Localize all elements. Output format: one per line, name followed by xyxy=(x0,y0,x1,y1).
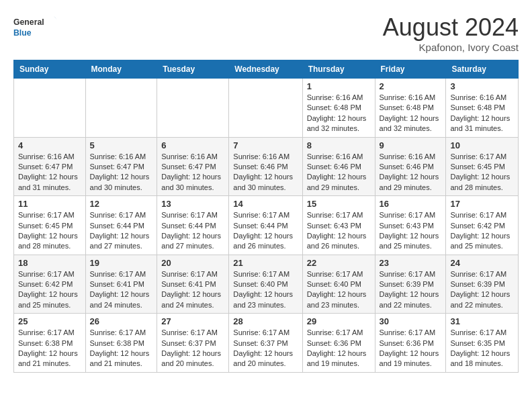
day-info: Sunrise: 6:17 AMSunset: 6:43 PMDaylight:… xyxy=(307,210,371,252)
day-number: 10 xyxy=(450,140,514,150)
calendar-week-row: 18Sunrise: 6:17 AMSunset: 6:42 PMDayligh… xyxy=(14,255,519,314)
day-info: Sunrise: 6:17 AMSunset: 6:42 PMDaylight:… xyxy=(450,210,514,252)
calendar-week-row: 1Sunrise: 6:16 AMSunset: 6:48 PMDaylight… xyxy=(14,79,519,138)
day-number: 7 xyxy=(233,140,298,150)
title-block: August 2024 Kpafonon, Ivory Coast xyxy=(383,13,519,53)
calendar-cell xyxy=(229,79,302,138)
calendar-cell xyxy=(85,79,157,138)
day-info: Sunrise: 6:17 AMSunset: 6:40 PMDaylight:… xyxy=(307,269,371,311)
calendar-table: SundayMondayTuesdayWednesdayThursdayFrid… xyxy=(13,60,519,373)
day-number: 3 xyxy=(450,81,514,91)
day-info: Sunrise: 6:16 AMSunset: 6:47 PMDaylight:… xyxy=(90,152,153,193)
calendar-cell: 28Sunrise: 6:17 AMSunset: 6:37 PMDayligh… xyxy=(229,314,302,373)
day-header-sunday: Sunday xyxy=(14,60,86,79)
day-number: 2 xyxy=(380,81,442,91)
day-number: 16 xyxy=(380,199,442,209)
logo-svg: General Blue xyxy=(13,13,60,40)
calendar-cell xyxy=(157,79,229,138)
calendar-cell: 23Sunrise: 6:17 AMSunset: 6:39 PMDayligh… xyxy=(375,255,446,314)
day-number: 22 xyxy=(307,258,371,268)
day-number: 1 xyxy=(307,81,371,91)
calendar-cell: 26Sunrise: 6:17 AMSunset: 6:38 PMDayligh… xyxy=(85,314,157,373)
day-number: 8 xyxy=(307,140,371,150)
svg-marker-3 xyxy=(54,15,57,19)
calendar-cell: 4Sunrise: 6:16 AMSunset: 6:47 PMDaylight… xyxy=(14,137,86,196)
calendar-cell: 6Sunrise: 6:16 AMSunset: 6:47 PMDaylight… xyxy=(157,137,229,196)
day-info: Sunrise: 6:16 AMSunset: 6:48 PMDaylight:… xyxy=(380,93,442,134)
day-number: 6 xyxy=(161,140,224,150)
calendar-cell: 2Sunrise: 6:16 AMSunset: 6:48 PMDaylight… xyxy=(375,79,446,138)
calendar-cell: 13Sunrise: 6:17 AMSunset: 6:44 PMDayligh… xyxy=(157,196,229,255)
calendar-cell: 3Sunrise: 6:16 AMSunset: 6:48 PMDaylight… xyxy=(446,79,519,138)
day-info: Sunrise: 6:16 AMSunset: 6:46 PMDaylight:… xyxy=(307,152,371,193)
day-number: 23 xyxy=(380,258,442,268)
day-number: 19 xyxy=(90,258,153,268)
day-info: Sunrise: 6:17 AMSunset: 6:44 PMDaylight:… xyxy=(233,210,298,252)
day-number: 31 xyxy=(450,316,514,326)
month-year-title: August 2024 xyxy=(383,13,519,42)
calendar-cell: 1Sunrise: 6:16 AMSunset: 6:48 PMDaylight… xyxy=(302,79,375,138)
day-info: Sunrise: 6:17 AMSunset: 6:42 PMDaylight:… xyxy=(18,269,81,311)
calendar-cell: 20Sunrise: 6:17 AMSunset: 6:41 PMDayligh… xyxy=(157,255,229,314)
calendar-cell: 15Sunrise: 6:17 AMSunset: 6:43 PMDayligh… xyxy=(302,196,375,255)
calendar-cell: 24Sunrise: 6:17 AMSunset: 6:39 PMDayligh… xyxy=(446,255,519,314)
day-header-tuesday: Tuesday xyxy=(157,60,229,79)
day-number: 21 xyxy=(233,258,298,268)
day-header-friday: Friday xyxy=(375,60,446,79)
day-info: Sunrise: 6:17 AMSunset: 6:43 PMDaylight:… xyxy=(380,210,442,252)
day-info: Sunrise: 6:17 AMSunset: 6:38 PMDaylight:… xyxy=(18,328,81,369)
day-info: Sunrise: 6:17 AMSunset: 6:44 PMDaylight:… xyxy=(161,210,224,252)
day-number: 12 xyxy=(90,199,153,209)
day-header-monday: Monday xyxy=(85,60,157,79)
calendar-week-row: 25Sunrise: 6:17 AMSunset: 6:38 PMDayligh… xyxy=(14,314,519,373)
day-info: Sunrise: 6:17 AMSunset: 6:38 PMDaylight:… xyxy=(90,328,153,369)
day-info: Sunrise: 6:17 AMSunset: 6:39 PMDaylight:… xyxy=(380,269,442,311)
day-info: Sunrise: 6:17 AMSunset: 6:37 PMDaylight:… xyxy=(233,328,298,369)
day-info: Sunrise: 6:17 AMSunset: 6:44 PMDaylight:… xyxy=(90,210,153,252)
day-number: 15 xyxy=(307,199,371,209)
day-info: Sunrise: 6:17 AMSunset: 6:45 PMDaylight:… xyxy=(18,210,81,252)
calendar-cell: 31Sunrise: 6:17 AMSunset: 6:35 PMDayligh… xyxy=(446,314,519,373)
calendar-cell: 7Sunrise: 6:16 AMSunset: 6:46 PMDaylight… xyxy=(229,137,302,196)
calendar-cell: 9Sunrise: 6:16 AMSunset: 6:46 PMDaylight… xyxy=(375,137,446,196)
calendar-cell: 8Sunrise: 6:16 AMSunset: 6:46 PMDaylight… xyxy=(302,137,375,196)
day-info: Sunrise: 6:17 AMSunset: 6:37 PMDaylight:… xyxy=(161,328,224,369)
day-info: Sunrise: 6:17 AMSunset: 6:40 PMDaylight:… xyxy=(233,269,298,311)
day-info: Sunrise: 6:17 AMSunset: 6:39 PMDaylight:… xyxy=(450,269,514,311)
day-info: Sunrise: 6:17 AMSunset: 6:36 PMDaylight:… xyxy=(380,328,442,369)
day-number: 4 xyxy=(18,140,81,150)
day-info: Sunrise: 6:17 AMSunset: 6:45 PMDaylight:… xyxy=(450,152,514,193)
svg-text:General: General xyxy=(13,17,44,27)
calendar-cell xyxy=(14,79,86,138)
day-info: Sunrise: 6:16 AMSunset: 6:47 PMDaylight:… xyxy=(18,152,81,193)
day-number: 5 xyxy=(90,140,153,150)
calendar-cell: 17Sunrise: 6:17 AMSunset: 6:42 PMDayligh… xyxy=(446,196,519,255)
location-subtitle: Kpafonon, Ivory Coast xyxy=(383,42,519,53)
day-number: 14 xyxy=(233,199,298,209)
calendar-cell: 11Sunrise: 6:17 AMSunset: 6:45 PMDayligh… xyxy=(14,196,86,255)
calendar-cell: 5Sunrise: 6:16 AMSunset: 6:47 PMDaylight… xyxy=(85,137,157,196)
day-number: 18 xyxy=(18,258,81,268)
calendar-week-row: 4Sunrise: 6:16 AMSunset: 6:47 PMDaylight… xyxy=(14,137,519,196)
day-number: 28 xyxy=(233,316,298,326)
day-header-thursday: Thursday xyxy=(302,60,375,79)
day-number: 24 xyxy=(450,258,514,268)
day-number: 29 xyxy=(307,316,371,326)
day-info: Sunrise: 6:16 AMSunset: 6:46 PMDaylight:… xyxy=(380,152,442,193)
day-header-wednesday: Wednesday xyxy=(229,60,302,79)
day-info: Sunrise: 6:17 AMSunset: 6:41 PMDaylight:… xyxy=(90,269,153,311)
day-info: Sunrise: 6:16 AMSunset: 6:48 PMDaylight:… xyxy=(450,93,514,134)
day-number: 13 xyxy=(161,199,224,209)
calendar-cell: 21Sunrise: 6:17 AMSunset: 6:40 PMDayligh… xyxy=(229,255,302,314)
page-header: General Blue August 2024 Kpafonon, Ivory… xyxy=(13,13,519,53)
day-number: 20 xyxy=(161,258,224,268)
day-info: Sunrise: 6:17 AMSunset: 6:36 PMDaylight:… xyxy=(307,328,371,369)
day-number: 17 xyxy=(450,199,514,209)
logo: General Blue xyxy=(13,13,60,40)
calendar-cell: 10Sunrise: 6:17 AMSunset: 6:45 PMDayligh… xyxy=(446,137,519,196)
calendar-cell: 25Sunrise: 6:17 AMSunset: 6:38 PMDayligh… xyxy=(14,314,86,373)
day-info: Sunrise: 6:16 AMSunset: 6:48 PMDaylight:… xyxy=(307,93,371,134)
day-header-saturday: Saturday xyxy=(446,60,519,79)
calendar-cell: 12Sunrise: 6:17 AMSunset: 6:44 PMDayligh… xyxy=(85,196,157,255)
day-number: 27 xyxy=(161,316,224,326)
